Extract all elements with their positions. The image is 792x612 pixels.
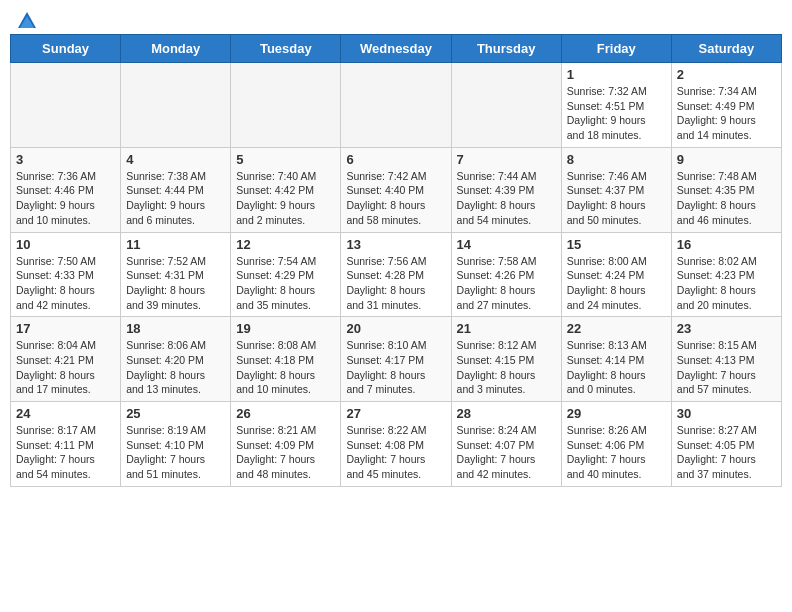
calendar-cell: 27Sunrise: 8:22 AM Sunset: 4:08 PM Dayli… bbox=[341, 402, 451, 487]
day-info: Sunrise: 8:22 AM Sunset: 4:08 PM Dayligh… bbox=[346, 423, 445, 482]
day-number: 16 bbox=[677, 237, 776, 252]
calendar-cell: 25Sunrise: 8:19 AM Sunset: 4:10 PM Dayli… bbox=[121, 402, 231, 487]
calendar-cell bbox=[231, 63, 341, 148]
day-number: 27 bbox=[346, 406, 445, 421]
day-info: Sunrise: 7:54 AM Sunset: 4:29 PM Dayligh… bbox=[236, 254, 335, 313]
day-number: 4 bbox=[126, 152, 225, 167]
day-info: Sunrise: 8:21 AM Sunset: 4:09 PM Dayligh… bbox=[236, 423, 335, 482]
calendar-cell bbox=[341, 63, 451, 148]
day-number: 9 bbox=[677, 152, 776, 167]
calendar-cell: 17Sunrise: 8:04 AM Sunset: 4:21 PM Dayli… bbox=[11, 317, 121, 402]
day-number: 11 bbox=[126, 237, 225, 252]
day-info: Sunrise: 8:17 AM Sunset: 4:11 PM Dayligh… bbox=[16, 423, 115, 482]
calendar-cell: 21Sunrise: 8:12 AM Sunset: 4:15 PM Dayli… bbox=[451, 317, 561, 402]
day-info: Sunrise: 8:04 AM Sunset: 4:21 PM Dayligh… bbox=[16, 338, 115, 397]
day-number: 14 bbox=[457, 237, 556, 252]
calendar-cell: 28Sunrise: 8:24 AM Sunset: 4:07 PM Dayli… bbox=[451, 402, 561, 487]
day-info: Sunrise: 8:26 AM Sunset: 4:06 PM Dayligh… bbox=[567, 423, 666, 482]
calendar-cell: 9Sunrise: 7:48 AM Sunset: 4:35 PM Daylig… bbox=[671, 147, 781, 232]
weekday-header: Friday bbox=[561, 35, 671, 63]
calendar-cell: 12Sunrise: 7:54 AM Sunset: 4:29 PM Dayli… bbox=[231, 232, 341, 317]
day-info: Sunrise: 8:06 AM Sunset: 4:20 PM Dayligh… bbox=[126, 338, 225, 397]
day-number: 22 bbox=[567, 321, 666, 336]
day-number: 19 bbox=[236, 321, 335, 336]
calendar: SundayMondayTuesdayWednesdayThursdayFrid… bbox=[10, 34, 782, 487]
day-number: 30 bbox=[677, 406, 776, 421]
day-number: 18 bbox=[126, 321, 225, 336]
calendar-cell: 1Sunrise: 7:32 AM Sunset: 4:51 PM Daylig… bbox=[561, 63, 671, 148]
day-number: 26 bbox=[236, 406, 335, 421]
day-info: Sunrise: 7:42 AM Sunset: 4:40 PM Dayligh… bbox=[346, 169, 445, 228]
weekday-header: Tuesday bbox=[231, 35, 341, 63]
logo-icon bbox=[16, 10, 38, 32]
logo bbox=[14, 10, 38, 28]
calendar-cell bbox=[11, 63, 121, 148]
calendar-cell: 18Sunrise: 8:06 AM Sunset: 4:20 PM Dayli… bbox=[121, 317, 231, 402]
page-header bbox=[10, 10, 782, 28]
day-number: 15 bbox=[567, 237, 666, 252]
day-info: Sunrise: 7:40 AM Sunset: 4:42 PM Dayligh… bbox=[236, 169, 335, 228]
day-info: Sunrise: 7:36 AM Sunset: 4:46 PM Dayligh… bbox=[16, 169, 115, 228]
calendar-week-row: 1Sunrise: 7:32 AM Sunset: 4:51 PM Daylig… bbox=[11, 63, 782, 148]
calendar-cell bbox=[121, 63, 231, 148]
day-info: Sunrise: 7:34 AM Sunset: 4:49 PM Dayligh… bbox=[677, 84, 776, 143]
calendar-cell: 30Sunrise: 8:27 AM Sunset: 4:05 PM Dayli… bbox=[671, 402, 781, 487]
calendar-cell: 29Sunrise: 8:26 AM Sunset: 4:06 PM Dayli… bbox=[561, 402, 671, 487]
calendar-cell: 3Sunrise: 7:36 AM Sunset: 4:46 PM Daylig… bbox=[11, 147, 121, 232]
calendar-cell: 16Sunrise: 8:02 AM Sunset: 4:23 PM Dayli… bbox=[671, 232, 781, 317]
calendar-cell: 8Sunrise: 7:46 AM Sunset: 4:37 PM Daylig… bbox=[561, 147, 671, 232]
weekday-header: Wednesday bbox=[341, 35, 451, 63]
day-number: 10 bbox=[16, 237, 115, 252]
day-number: 21 bbox=[457, 321, 556, 336]
day-number: 3 bbox=[16, 152, 115, 167]
calendar-cell: 11Sunrise: 7:52 AM Sunset: 4:31 PM Dayli… bbox=[121, 232, 231, 317]
calendar-cell: 7Sunrise: 7:44 AM Sunset: 4:39 PM Daylig… bbox=[451, 147, 561, 232]
day-info: Sunrise: 8:12 AM Sunset: 4:15 PM Dayligh… bbox=[457, 338, 556, 397]
calendar-cell: 4Sunrise: 7:38 AM Sunset: 4:44 PM Daylig… bbox=[121, 147, 231, 232]
calendar-cell: 15Sunrise: 8:00 AM Sunset: 4:24 PM Dayli… bbox=[561, 232, 671, 317]
calendar-cell: 26Sunrise: 8:21 AM Sunset: 4:09 PM Dayli… bbox=[231, 402, 341, 487]
day-info: Sunrise: 7:46 AM Sunset: 4:37 PM Dayligh… bbox=[567, 169, 666, 228]
day-info: Sunrise: 8:02 AM Sunset: 4:23 PM Dayligh… bbox=[677, 254, 776, 313]
calendar-cell: 20Sunrise: 8:10 AM Sunset: 4:17 PM Dayli… bbox=[341, 317, 451, 402]
day-info: Sunrise: 7:58 AM Sunset: 4:26 PM Dayligh… bbox=[457, 254, 556, 313]
day-number: 20 bbox=[346, 321, 445, 336]
calendar-cell: 10Sunrise: 7:50 AM Sunset: 4:33 PM Dayli… bbox=[11, 232, 121, 317]
calendar-week-row: 17Sunrise: 8:04 AM Sunset: 4:21 PM Dayli… bbox=[11, 317, 782, 402]
day-info: Sunrise: 7:38 AM Sunset: 4:44 PM Dayligh… bbox=[126, 169, 225, 228]
day-info: Sunrise: 8:08 AM Sunset: 4:18 PM Dayligh… bbox=[236, 338, 335, 397]
calendar-cell: 2Sunrise: 7:34 AM Sunset: 4:49 PM Daylig… bbox=[671, 63, 781, 148]
weekday-header: Monday bbox=[121, 35, 231, 63]
day-number: 13 bbox=[346, 237, 445, 252]
day-info: Sunrise: 8:13 AM Sunset: 4:14 PM Dayligh… bbox=[567, 338, 666, 397]
calendar-week-row: 24Sunrise: 8:17 AM Sunset: 4:11 PM Dayli… bbox=[11, 402, 782, 487]
day-number: 8 bbox=[567, 152, 666, 167]
calendar-cell: 24Sunrise: 8:17 AM Sunset: 4:11 PM Dayli… bbox=[11, 402, 121, 487]
day-info: Sunrise: 7:56 AM Sunset: 4:28 PM Dayligh… bbox=[346, 254, 445, 313]
day-number: 28 bbox=[457, 406, 556, 421]
day-info: Sunrise: 8:00 AM Sunset: 4:24 PM Dayligh… bbox=[567, 254, 666, 313]
day-info: Sunrise: 7:52 AM Sunset: 4:31 PM Dayligh… bbox=[126, 254, 225, 313]
day-info: Sunrise: 8:19 AM Sunset: 4:10 PM Dayligh… bbox=[126, 423, 225, 482]
weekday-header: Saturday bbox=[671, 35, 781, 63]
day-info: Sunrise: 7:32 AM Sunset: 4:51 PM Dayligh… bbox=[567, 84, 666, 143]
day-info: Sunrise: 8:15 AM Sunset: 4:13 PM Dayligh… bbox=[677, 338, 776, 397]
calendar-header-row: SundayMondayTuesdayWednesdayThursdayFrid… bbox=[11, 35, 782, 63]
calendar-cell: 23Sunrise: 8:15 AM Sunset: 4:13 PM Dayli… bbox=[671, 317, 781, 402]
day-number: 6 bbox=[346, 152, 445, 167]
calendar-cell: 5Sunrise: 7:40 AM Sunset: 4:42 PM Daylig… bbox=[231, 147, 341, 232]
day-number: 5 bbox=[236, 152, 335, 167]
day-number: 1 bbox=[567, 67, 666, 82]
calendar-cell: 22Sunrise: 8:13 AM Sunset: 4:14 PM Dayli… bbox=[561, 317, 671, 402]
calendar-cell bbox=[451, 63, 561, 148]
calendar-week-row: 10Sunrise: 7:50 AM Sunset: 4:33 PM Dayli… bbox=[11, 232, 782, 317]
weekday-header: Sunday bbox=[11, 35, 121, 63]
calendar-week-row: 3Sunrise: 7:36 AM Sunset: 4:46 PM Daylig… bbox=[11, 147, 782, 232]
day-info: Sunrise: 7:50 AM Sunset: 4:33 PM Dayligh… bbox=[16, 254, 115, 313]
day-number: 17 bbox=[16, 321, 115, 336]
day-info: Sunrise: 8:24 AM Sunset: 4:07 PM Dayligh… bbox=[457, 423, 556, 482]
day-number: 29 bbox=[567, 406, 666, 421]
calendar-cell: 6Sunrise: 7:42 AM Sunset: 4:40 PM Daylig… bbox=[341, 147, 451, 232]
day-info: Sunrise: 8:10 AM Sunset: 4:17 PM Dayligh… bbox=[346, 338, 445, 397]
weekday-header: Thursday bbox=[451, 35, 561, 63]
